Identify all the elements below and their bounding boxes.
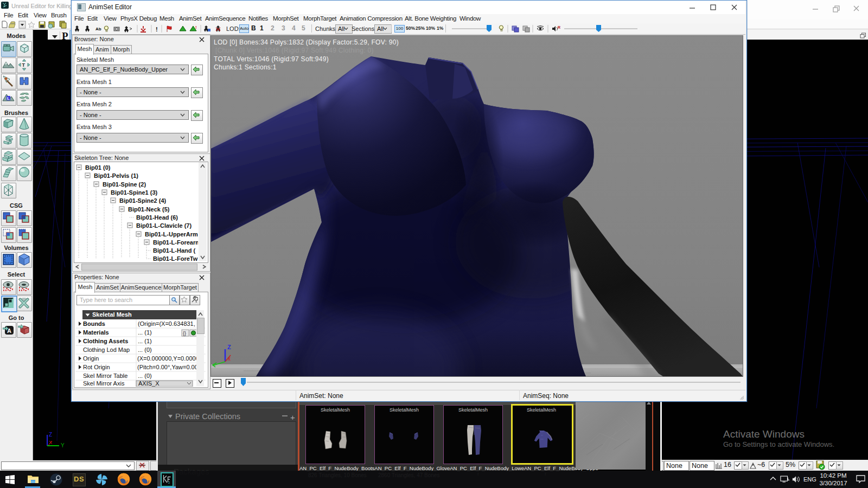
- svg-text:Chunks:1 Sections:1: Chunks:1 Sections:1: [214, 63, 277, 71]
- svg-text:(Origin=(X=0.634831,: (Origin=(X=0.634831,: [138, 320, 195, 327]
- svg-text:Rot Origin: Rot Origin: [83, 364, 110, 370]
- svg-text:Ab: Ab: [95, 27, 101, 31]
- svg-text:Bip01-Spine2 (4): Bip01-Spine2 (4): [119, 197, 167, 204]
- svg-text:Skel Mirror Axis: Skel Mirror Axis: [83, 380, 125, 387]
- svg-text:{}: {}: [183, 331, 186, 336]
- svg-text:AXIS_X: AXIS_X: [138, 380, 159, 387]
- svg-text:(X=0.000000,Y=0.00000: (X=0.000000,Y=0.00000: [137, 355, 202, 362]
- svg-text:... (0): ... (0): [138, 346, 152, 353]
- svg-text:... (1): ... (1): [138, 338, 152, 344]
- svg-text:Bounds: Bounds: [83, 320, 105, 327]
- svg-text:X: X: [49, 440, 52, 445]
- svg-text:Z: Z: [227, 344, 231, 350]
- svg-text:Skel Mirror Table: Skel Mirror Table: [83, 373, 127, 379]
- svg-text:x: x: [228, 356, 231, 362]
- svg-text:Bip01-L-Forearm (: Bip01-L-Forearm (: [153, 239, 198, 246]
- svg-text:!: !: [156, 26, 158, 33]
- svg-text:(Pitch=0.00°,Yaw=0.00°,: (Pitch=0.00°,Yaw=0.00°,: [137, 364, 202, 370]
- svg-text:2: 2: [168, 481, 170, 484]
- svg-text:... (1): ... (1): [138, 329, 152, 336]
- svg-text:L: L: [7, 96, 10, 101]
- svg-text:Bip01-Neck (5): Bip01-Neck (5): [128, 206, 170, 213]
- svg-text:R: R: [558, 25, 560, 29]
- svg-text:Bip01-L-ForeTw: Bip01-L-ForeTw: [153, 255, 198, 261]
- svg-text:[Chunk 0] Verts:1046 (Rigid:97: [Chunk 0] Verts:1046 (Rigid:97 Soft:949 …: [215, 47, 374, 54]
- svg-text:Bip01-Spine (2): Bip01-Spine (2): [103, 181, 146, 188]
- svg-text:Bip01-Spine1 (3): Bip01-Spine1 (3): [111, 189, 158, 196]
- svg-text:Bip01-L-Hand (: Bip01-L-Hand (: [153, 247, 196, 254]
- svg-text:Bip01 (0): Bip01 (0): [85, 164, 111, 171]
- svg-text:LOD [0] Bones:34 Polys:1832 (D: LOD [0] Bones:34 Polys:1832 (Display Fac…: [214, 38, 399, 46]
- svg-text:TOTAL Verts:1046 (Rigid:97 Sof: TOTAL Verts:1046 (Rigid:97 Soft:949): [214, 55, 329, 63]
- svg-text:Clothing Assets: Clothing Assets: [83, 338, 128, 344]
- svg-text:Materials: Materials: [83, 329, 109, 336]
- svg-text:T: T: [22, 62, 25, 68]
- svg-text:Bip01-Head (6): Bip01-Head (6): [136, 214, 178, 221]
- svg-text:Bip01-L-Clavicle (7): Bip01-L-Clavicle (7): [136, 222, 192, 229]
- svg-text:Clothing Lod Map: Clothing Lod Map: [83, 346, 130, 353]
- svg-text:Origin: Origin: [83, 355, 99, 362]
- svg-text:Y: Y: [61, 442, 65, 448]
- svg-text:!: !: [195, 25, 197, 30]
- svg-text:... (0): ... (0): [138, 373, 152, 379]
- svg-text:Z: Z: [49, 432, 52, 438]
- svg-text:Bip01-Pelvis (1): Bip01-Pelvis (1): [94, 172, 138, 179]
- svg-text:Bip01-L-UpperArm (8: Bip01-L-UpperArm (8: [145, 231, 198, 237]
